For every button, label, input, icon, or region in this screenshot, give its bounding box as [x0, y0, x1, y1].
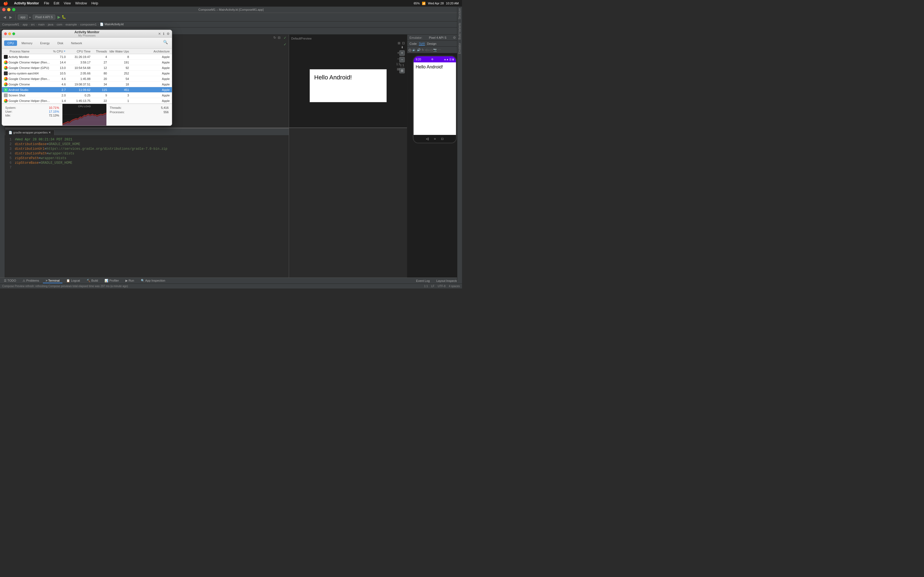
col-arch[interactable]: Architecture — [131, 50, 172, 53]
event-log-tab[interactable]: Event Log — [414, 279, 432, 282]
tab-run[interactable]: ▶ Run — [123, 278, 137, 283]
am-tab-disk[interactable]: Disk — [54, 40, 66, 46]
forward-btn[interactable]: ▶ — [8, 15, 13, 19]
tab-problems[interactable]: ⚠ Problems — [20, 278, 42, 283]
tab-app-inspection[interactable]: 🔍 App Inspection — [138, 278, 168, 283]
debug-btn[interactable]: 🐛 — [61, 15, 66, 19]
col-idle[interactable]: Idle Wake Ups — [109, 50, 131, 53]
design-tab[interactable]: Design — [427, 42, 436, 45]
table-row[interactable]: Google Chrome 4.6 19:08:37.51 34 18 Appl… — [2, 82, 172, 87]
phone-home-btn[interactable]: ○ — [434, 137, 436, 141]
run-btn[interactable]: ▶ — [58, 15, 60, 19]
phone-back-btn[interactable]: ◁ — [426, 137, 428, 141]
table-row[interactable]: qemu-system-aarch64 10.5 2:05.66 80 252 … — [2, 71, 172, 76]
close-button[interactable] — [2, 8, 5, 11]
bc-com[interactable]: com — [57, 23, 62, 26]
emu-more-icon[interactable]: ⋯ — [438, 48, 441, 52]
menu-window[interactable]: Window — [73, 2, 89, 5]
fullscreen-button[interactable] — [12, 8, 15, 11]
table-row[interactable]: A Android Studio 2.7 11:09.62 115 451 Ap… — [2, 87, 172, 93]
download-icon[interactable]: ⬇ — [399, 46, 405, 49]
process-name-screenshot: Screen Shot — [8, 94, 52, 97]
tab-terminal[interactable]: > Terminal — [43, 278, 62, 283]
am-tab-cpu[interactable]: CPU — [4, 40, 17, 46]
emulator-device-name: Pixel 4 API S — [429, 36, 447, 39]
emu-volume-up-icon[interactable]: 🔊 — [417, 48, 421, 52]
tab-profiler[interactable]: 📊 Profiler — [102, 278, 121, 283]
am-fullscreen-btn[interactable] — [12, 32, 15, 35]
emu-screenshot-icon[interactable]: 📷 — [433, 48, 437, 52]
emu-rotate-icon[interactable]: ↻ — [422, 48, 424, 52]
gradle-tab[interactable]: 📄 gradle-wrapper.properties ✕ — [5, 130, 55, 135]
tab-logcat[interactable]: 📋 Logcat — [63, 278, 83, 283]
fit-screen-emu-btn[interactable]: ⊞ — [396, 67, 401, 72]
build-variants-tab[interactable]: Build Variants — [457, 35, 462, 41]
back-btn[interactable]: ◀ — [2, 15, 7, 19]
preview-fullscreen-icon[interactable]: ⊡ — [402, 41, 405, 45]
zoom-out-emu-btn[interactable]: − — [396, 56, 401, 61]
am-minimize-btn[interactable] — [8, 32, 11, 35]
zoom-in-emu-btn[interactable]: + — [396, 50, 401, 55]
table-row[interactable]: Google Chrome Helper (Rende... 1.4 1:45:… — [2, 98, 172, 103]
emu-home-icon[interactable]: ○ — [428, 48, 430, 52]
menu-help[interactable]: Help — [89, 2, 100, 5]
am-toolbar: CPU Memory Energy Disk Network 🔍 — [2, 38, 172, 48]
process-name-android-studio: Android Studio — [8, 88, 52, 92]
bc-composem1-pkg[interactable]: composem1 — [80, 23, 97, 26]
table-row[interactable]: Google Chrome Helper (GPU) 13.0 10:54:54… — [2, 65, 172, 71]
preview-expand-icon[interactable]: ⊞ — [397, 41, 401, 45]
menu-view[interactable]: View — [61, 2, 73, 5]
emulator-tab[interactable]: Emulator — [457, 41, 462, 55]
menu-edit[interactable]: Edit — [52, 2, 61, 5]
col-cpu[interactable]: % CPU ▼ — [52, 50, 68, 53]
emu-recent-icon[interactable]: □ — [431, 48, 433, 52]
am-info-icon[interactable]: ℹ — [163, 32, 165, 36]
app-name[interactable]: Activity Monitor — [11, 2, 42, 5]
status-bar: Compose Preview refresh: refreshing Comp… — [0, 284, 462, 288]
bc-file[interactable]: 📄 MainActivity.kt — [100, 23, 124, 26]
col-process-name[interactable]: Process Name — [2, 50, 52, 53]
emu-volume-down-icon[interactable]: 🔉 — [412, 48, 416, 52]
col-threads[interactable]: Threads — [93, 50, 109, 53]
am-gear-icon[interactable]: ⚙ — [166, 32, 170, 36]
app-run-config[interactable]: app — [18, 15, 28, 19]
am-tab-memory[interactable]: Memory — [18, 40, 36, 46]
bottom-tabs: ☰ TODO ⚠ Problems > Terminal 📋 Logcat 🔨 … — [0, 277, 462, 284]
bc-java[interactable]: java — [48, 23, 53, 26]
gradle-line-1: 1 #Wed Apr 28 08:21:34 PDT 2021 — [5, 137, 289, 142]
am-search-icon[interactable]: 🔍 — [163, 40, 170, 47]
idle-label: Idle: — [5, 114, 11, 117]
bc-example[interactable]: example — [65, 23, 77, 26]
col-cputime[interactable]: CPU Time — [68, 50, 93, 53]
am-close-icon[interactable]: ✕ — [158, 32, 161, 36]
split-tab[interactable]: Split — [419, 42, 425, 46]
refresh-icon[interactable]: ↻ — [273, 36, 276, 40]
tab-todo[interactable]: ☰ TODO — [1, 278, 19, 283]
minimize-button[interactable] — [7, 8, 10, 11]
apple-menu[interactable]: 🍎 — [0, 1, 11, 5]
am-tab-energy[interactable]: Energy — [37, 40, 53, 46]
table-row[interactable]: Screen Shot 2.0 0.25 9 3 Apple — [2, 93, 172, 98]
emu-power-icon[interactable]: ⏻ — [409, 48, 411, 52]
traffic-lights — [2, 8, 15, 11]
am-close-btn[interactable] — [4, 32, 7, 35]
emulator-settings-icon[interactable]: ⚙ — [453, 36, 456, 40]
phone-time: 9:20 — [416, 58, 421, 61]
status-message: Compose Preview refresh: refreshing Comp… — [2, 285, 128, 288]
table-row[interactable]: Activity Monitor 71.0 31:26:19.47 4 8 Ap… — [2, 54, 172, 60]
bc-composem1[interactable]: ComposeM1 — [2, 23, 19, 26]
processes-val: 556 — [164, 110, 169, 114]
phone-recent-btn[interactable]: □ — [441, 137, 443, 141]
code-tab[interactable]: Code — [409, 42, 417, 45]
table-row[interactable]: Google Chrome Helper (Rende... 14.4 3:59… — [2, 60, 172, 65]
menu-file[interactable]: File — [42, 2, 52, 5]
emu-back-icon[interactable]: ◁ — [425, 48, 427, 52]
split-icon[interactable]: ⊟ — [278, 36, 281, 40]
tab-build[interactable]: 🔨 Build — [84, 278, 101, 283]
bc-app[interactable]: app — [23, 23, 27, 26]
device-selector[interactable]: Pixel 4 API S — [33, 15, 55, 19]
bc-main[interactable]: main — [38, 23, 45, 26]
bc-src[interactable]: src — [31, 23, 35, 26]
am-tab-network[interactable]: Network — [68, 40, 85, 46]
table-row[interactable]: Google Chrome Helper (Rende... 4.6 1:45.… — [2, 76, 172, 82]
